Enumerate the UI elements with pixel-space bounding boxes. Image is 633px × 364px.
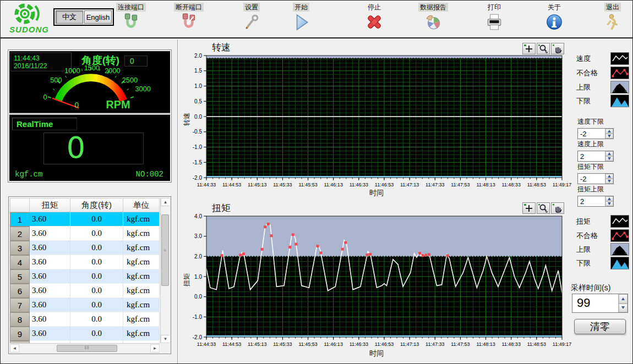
header-index: [10, 198, 30, 212]
speed-lower-limit-control: 速度下限 -2: [577, 117, 628, 139]
spin-up-button[interactable]: [605, 174, 613, 179]
print-button[interactable]: 打印: [472, 2, 516, 31]
header-torque: 扭矩: [30, 198, 70, 212]
sampling-time-spinbox[interactable]: 99: [572, 294, 628, 313]
table-row[interactable]: 93.600.0kgf.cm: [10, 327, 160, 341]
spin-up-button[interactable]: [605, 151, 613, 156]
horizontal-scroll-thumb[interactable]: ⦀⦀: [57, 345, 117, 352]
svg-text:11:44:53: 11:44:53: [222, 341, 241, 347]
torque-upper-limit-spinbox[interactable]: 2: [577, 196, 614, 207]
scroll-right-button[interactable]: ►: [150, 344, 160, 352]
svg-text:500: 500: [50, 76, 62, 84]
about-button[interactable]: 关于: [532, 2, 576, 31]
data-report-icon: [424, 13, 443, 31]
svg-text:11:47:13: 11:47:13: [400, 341, 419, 347]
lower-limit-icon[interactable]: [610, 95, 629, 107]
horizontal-scrollbar[interactable]: ◄ ⦀⦀ ►: [10, 343, 160, 352]
table-row[interactable]: 23.600.0kgf.cm: [10, 227, 160, 241]
settings-icon: [242, 13, 261, 31]
realtime-unit: kgf.cm: [15, 170, 42, 179]
realtime-label: RealTime: [12, 118, 77, 130]
table-row[interactable]: 53.600.0kgf.cm: [10, 269, 160, 284]
row-index-cell: 4: [10, 255, 30, 269]
upper-limit-icon[interactable]: [610, 81, 629, 93]
fail-marker-icon[interactable]: [610, 229, 629, 242]
spin-down-button[interactable]: [605, 134, 613, 139]
exit-button[interactable]: 退出: [591, 2, 633, 31]
settings-button[interactable]: 设置: [230, 2, 274, 31]
stop-button[interactable]: 停止: [352, 2, 396, 31]
clear-button[interactable]: 清零: [574, 319, 626, 334]
scroll-left-button[interactable]: ◄: [10, 344, 19, 352]
torque-line-icon[interactable]: [610, 215, 629, 228]
lang-chinese-button[interactable]: 中文: [56, 10, 83, 24]
spin-up-button[interactable]: [619, 294, 627, 304]
legend-speed-lower: 下限: [576, 95, 629, 107]
speed-lower-limit-spinbox[interactable]: -2: [577, 128, 614, 139]
torque-y-axis-label: 扭矩: [182, 273, 192, 286]
svg-text:11:48:33: 11:48:33: [502, 182, 521, 187]
torque-lower-limit-spinbox[interactable]: -2: [577, 173, 614, 184]
vertical-scrollbar[interactable]: ▲ ≡ ▼: [160, 198, 170, 343]
table-cell: 3.60: [30, 312, 70, 327]
svg-text:2.0: 2.0: [194, 253, 202, 260]
gauge-value-box: [124, 56, 147, 67]
disconnect-port-icon: [179, 13, 198, 31]
table-header: 扭矩 角度(转) 单位: [10, 198, 170, 212]
speed-upper-limit-spinbox[interactable]: 2: [577, 151, 614, 162]
svg-text:11:48:33: 11:48:33: [502, 341, 521, 347]
table-cell: 0.0: [70, 327, 123, 341]
svg-text:11:48:13: 11:48:13: [476, 341, 495, 347]
disconnect-port-button[interactable]: 断开端口: [167, 2, 211, 31]
upper-limit-icon[interactable]: [610, 243, 629, 256]
table-row[interactable]: 63.600.0kgf.cm: [10, 284, 160, 298]
sampling-time-value[interactable]: 99: [572, 294, 618, 312]
table-cell: kgf.cm: [123, 212, 160, 227]
spin-up-button[interactable]: [605, 196, 613, 201]
row-index-cell: 6: [10, 284, 30, 298]
lower-limit-icon[interactable]: [610, 257, 629, 269]
table-row[interactable]: 13.600.0kgf.cm: [10, 212, 160, 227]
time-display: 11:44:43: [14, 54, 40, 62]
svg-text:1.0: 1.0: [194, 274, 202, 280]
spin-down-button[interactable]: [605, 156, 613, 161]
connect-port-button[interactable]: 连接端口: [109, 2, 153, 31]
svg-text:3000: 3000: [135, 85, 151, 93]
start-button[interactable]: 开始: [279, 2, 323, 31]
table-cell: 0.0: [70, 255, 123, 269]
table-cell: 3.60: [30, 255, 70, 269]
lang-english-button[interactable]: English: [84, 10, 112, 24]
spin-down-button[interactable]: [619, 304, 627, 313]
table-cell: kgf.cm: [123, 312, 160, 327]
scroll-down-button[interactable]: ▼: [161, 335, 170, 343]
torque-chart-canvas[interactable]: 4.03.02.01.00.0-1.0-2.011:44:3311:44:531…: [180, 200, 573, 349]
fail-marker-icon[interactable]: [610, 67, 629, 79]
svg-text:2000: 2000: [105, 67, 121, 75]
spin-down-button[interactable]: [605, 201, 613, 206]
date-display: 2016/11/22: [14, 62, 47, 70]
speed-line-icon[interactable]: [610, 52, 629, 65]
svg-text:11:46:53: 11:46:53: [375, 182, 394, 187]
table-row[interactable]: 83.600.0kgf.cm: [10, 312, 160, 327]
svg-text:11:46:53: 11:46:53: [375, 341, 394, 347]
spin-down-button[interactable]: [605, 179, 613, 184]
about-icon: [545, 13, 564, 31]
spin-up-button[interactable]: [605, 129, 613, 134]
data-report-button[interactable]: 数据报告: [411, 2, 455, 31]
table-row[interactable]: 33.600.0kgf.cm: [10, 241, 160, 255]
legend-torque-upper: 上限: [576, 243, 629, 256]
speed-chart-canvas[interactable]: 2.01.51.00.50.0-0.5-1.0-1.5-2.011:44:331…: [180, 39, 573, 189]
row-index-cell: 7: [10, 298, 30, 312]
table-cell: kgf.cm: [123, 298, 160, 312]
table-cell: kgf.cm: [123, 269, 160, 284]
speed-x-axis-label: 时间: [180, 188, 573, 198]
torque-upper-limit-control: 扭矩上限 2: [577, 185, 628, 207]
row-index-cell: 2: [10, 227, 30, 241]
table-cell: 0.0: [70, 312, 123, 327]
table-row[interactable]: 43.600.0kgf.cm: [10, 255, 160, 269]
scroll-up-button[interactable]: ▲: [161, 198, 170, 206]
vertical-scroll-thumb[interactable]: ≡: [161, 214, 169, 286]
row-index-cell: 5: [10, 269, 30, 284]
table-row[interactable]: 73.600.0kgf.cm: [10, 298, 160, 312]
table-cell: 0.0: [70, 241, 123, 255]
